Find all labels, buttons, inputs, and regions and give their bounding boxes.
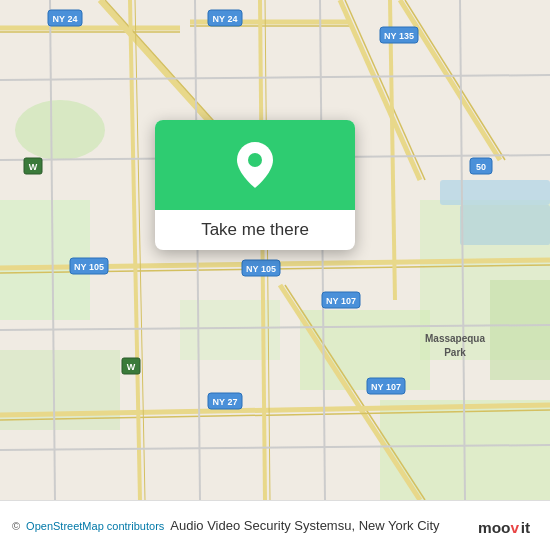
svg-text:NY 27: NY 27 bbox=[213, 397, 238, 407]
take-me-there-button[interactable]: Take me there bbox=[185, 216, 325, 243]
svg-text:Park: Park bbox=[444, 347, 466, 358]
svg-text:moo: moo bbox=[478, 518, 511, 535]
svg-text:NY 24: NY 24 bbox=[213, 14, 238, 24]
svg-text:W: W bbox=[127, 362, 136, 372]
svg-text:NY 107: NY 107 bbox=[326, 296, 356, 306]
popup-header bbox=[155, 120, 355, 210]
svg-text:NY 105: NY 105 bbox=[246, 264, 276, 274]
svg-text:W: W bbox=[29, 162, 38, 172]
popup-card: Take me there bbox=[155, 120, 355, 250]
svg-rect-9 bbox=[440, 180, 550, 205]
svg-point-64 bbox=[248, 153, 262, 167]
svg-point-4 bbox=[15, 100, 105, 160]
copyright-text: © bbox=[12, 520, 20, 532]
openstreetmap-link[interactable]: OpenStreetMap contributors bbox=[26, 520, 164, 532]
svg-text:NY 107: NY 107 bbox=[371, 382, 401, 392]
popup-footer: Take me there bbox=[155, 210, 355, 250]
svg-text:v: v bbox=[511, 518, 520, 535]
location-pin-icon bbox=[237, 142, 273, 188]
map-container: NY 24 NY 24 NY 135 NY 105 NY 105 NY 107 … bbox=[0, 0, 550, 500]
svg-text:NY 105: NY 105 bbox=[74, 262, 104, 272]
svg-rect-5 bbox=[490, 280, 550, 380]
svg-rect-10 bbox=[460, 205, 550, 245]
moovit-brand-icon: moo v it bbox=[478, 514, 538, 538]
location-label: Audio Video Security Systemsu, New York … bbox=[170, 518, 439, 533]
svg-text:NY 135: NY 135 bbox=[384, 31, 414, 41]
svg-text:it: it bbox=[521, 518, 530, 535]
bottom-bar: © OpenStreetMap contributors Audio Video… bbox=[0, 500, 550, 550]
moovit-logo: moo v it bbox=[478, 514, 538, 538]
svg-text:NY 24: NY 24 bbox=[53, 14, 78, 24]
svg-text:50: 50 bbox=[476, 162, 486, 172]
svg-text:Massapequa: Massapequa bbox=[425, 333, 485, 344]
